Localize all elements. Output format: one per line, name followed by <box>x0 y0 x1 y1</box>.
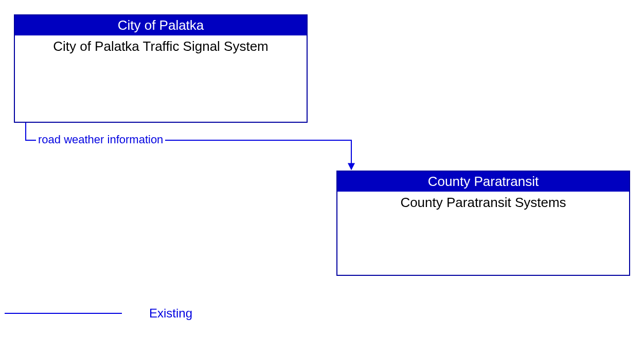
legend-existing-label: Existing <box>149 306 192 321</box>
node-city-of-palatka-body: City of Palatka Traffic Signal System <box>15 35 307 54</box>
node-city-of-palatka-header: City of Palatka <box>15 15 307 35</box>
node-county-paratransit[interactable]: County Paratransit County Paratransit Sy… <box>336 171 630 276</box>
flow-road-weather-label: road weather information <box>36 133 165 146</box>
node-county-paratransit-header: County Paratransit <box>337 172 629 192</box>
node-county-paratransit-body: County Paratransit Systems <box>337 192 629 211</box>
node-city-of-palatka[interactable]: City of Palatka City of Palatka Traffic … <box>14 14 308 123</box>
